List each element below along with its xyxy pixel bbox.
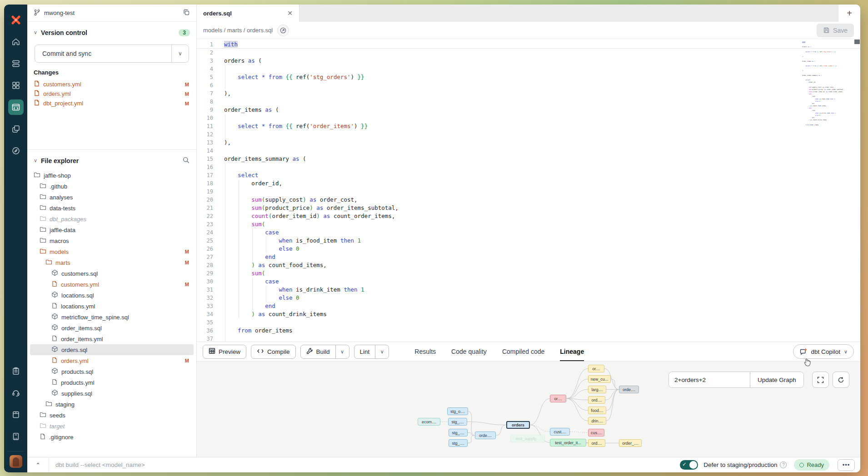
code-line-20[interactable]: 20 sum(supply_cost) as order_cost, [197, 196, 860, 204]
tree-item-models[interactable]: modelsM [30, 246, 194, 257]
search-icon[interactable] [182, 156, 190, 165]
dbt-copilot-button[interactable]: dbt Copilot ∨ [793, 344, 854, 359]
lineage-node-ghost[interactable]: test_supply... [510, 435, 545, 442]
code-line-3[interactable]: 3orders as ( [197, 57, 860, 65]
apps-grid-icon[interactable] [8, 78, 24, 93]
code-line-25[interactable]: 25 when is_food_item then 1 [197, 237, 860, 245]
code-line-11[interactable]: 11 select * from {{ ref('order_items') }… [197, 122, 860, 130]
code-line-9[interactable]: 9order_items as ( [197, 106, 860, 114]
code-line-23[interactable]: 23 sum( [197, 220, 860, 228]
code-line-7[interactable]: 7), [197, 89, 860, 98]
code-line-6[interactable]: 6 [197, 81, 860, 89]
changed-file-row[interactable]: dbt_project.ymlM [34, 99, 190, 108]
build-button[interactable]: Build∨ [300, 345, 349, 359]
code-line-13[interactable]: 13), [197, 139, 860, 147]
code-line-19[interactable]: 19 [197, 188, 860, 196]
lineage-node-orde1[interactable]: orde.... [475, 431, 496, 439]
lineage-node-stg3[interactable]: stg_.... [449, 429, 468, 436]
tree-item-data-tests[interactable]: data-tests [30, 203, 194, 213]
fullscreen-icon[interactable] [812, 372, 829, 388]
tree-item-products-yml[interactable]: products.yml [30, 377, 194, 388]
copy-branch-icon[interactable] [183, 9, 190, 17]
tree-item--gitignore[interactable]: .gitignore [30, 431, 194, 442]
tree-item-jaffle-shop[interactable]: jaffle-shop [30, 170, 194, 181]
tree-item-orders-sql[interactable]: orders.sql [30, 344, 194, 355]
info-icon[interactable]: ? [780, 461, 787, 468]
tree-item-products-sql[interactable]: products.sql [30, 366, 194, 377]
lineage-node-stg4[interactable]: stg_.... [449, 439, 468, 447]
commit-dropdown-chevron-icon[interactable]: ∨ [171, 45, 189, 62]
changed-file-row[interactable]: orders.ymlM [34, 89, 190, 99]
code-line-2[interactable]: 2 [197, 49, 860, 57]
code-line-18[interactable]: 18 order_id, [197, 179, 860, 188]
tasks-clipboard-icon[interactable] [8, 363, 24, 379]
develop-ide-icon[interactable] [8, 99, 24, 115]
preview-button[interactable]: Preview [203, 345, 246, 359]
code-line-16[interactable]: 16 [197, 163, 860, 171]
lineage-node-grey1[interactable]: orde.... [619, 386, 639, 393]
lineage-node-cuspink[interactable]: cus.... [588, 429, 604, 436]
code-line-36[interactable]: 36 from order_items [197, 327, 860, 335]
code-line-34[interactable]: 34 ) as count_drink_items [197, 310, 860, 318]
home-icon[interactable] [8, 34, 24, 50]
open-in-lineage-icon[interactable] [277, 25, 289, 36]
save-button[interactable]: Save [817, 24, 854, 37]
lineage-node-stg1[interactable]: stg_o.... [447, 407, 468, 415]
tab-compiled-code[interactable]: Compiled code [502, 342, 544, 361]
lint-button[interactable]: Lint∨ [354, 345, 389, 359]
warehouse-icon[interactable] [8, 429, 24, 444]
tree-item-customers-yml[interactable]: customers.ymlM [30, 279, 194, 290]
tab-lineage[interactable]: Lineage [560, 342, 584, 361]
code-line-12[interactable]: 12 [197, 130, 860, 139]
tree-item-target[interactable]: target [30, 421, 194, 431]
editor-scrollbar[interactable] [854, 40, 860, 44]
code-line-37[interactable]: 37 [197, 335, 860, 342]
tree-item-locations-sql[interactable]: locations.sql [30, 290, 194, 301]
code-line-32[interactable]: 32 else 0 [197, 294, 860, 302]
tree-item-order-items-yml[interactable]: order_items.yml [30, 333, 194, 344]
lineage-node-orpink[interactable]: or.... [550, 395, 566, 402]
lineage-node-ecom[interactable]: ecom.... [418, 418, 440, 426]
code-line-15[interactable]: 15order_items_summary as ( [197, 155, 860, 163]
docs-icon[interactable] [8, 407, 24, 422]
lineage-node-y4[interactable]: ord.... [588, 396, 605, 404]
tree-item-marts[interactable]: martsM [30, 257, 194, 268]
support-headset-icon[interactable] [8, 385, 24, 401]
lineage-node-orders[interactable]: orders [506, 421, 530, 429]
code-line-27[interactable]: 27 end [197, 253, 860, 261]
lineage-node-y6[interactable]: drin.... [588, 417, 606, 425]
tree-item-locations-yml[interactable]: locations.yml [30, 301, 194, 312]
code-line-1[interactable]: 1with [197, 40, 860, 49]
tree-item-metricflow-time-spine-sql[interactable]: metricflow_time_spine.sql [30, 312, 194, 322]
code-line-30[interactable]: 30 case [197, 278, 860, 286]
lineage-node-y7[interactable]: ord.... [588, 439, 605, 447]
new-tab-button[interactable]: + [838, 5, 860, 22]
code-editor[interactable]: 1with23orders as (45 select * from {{ re… [197, 39, 860, 342]
tree-item-order-items-sql[interactable]: order_items.sql [30, 322, 194, 333]
tree-item-macros[interactable]: macros [30, 235, 194, 246]
orchestration-icon[interactable] [8, 121, 24, 137]
explore-compass-icon[interactable] [8, 143, 24, 159]
dropdown-chevron-icon[interactable]: ∨ [335, 345, 349, 358]
user-avatar[interactable] [10, 455, 22, 468]
code-line-29[interactable]: 29 sum( [197, 269, 860, 278]
changed-file-row[interactable]: customers.ymlM [34, 79, 190, 89]
lineage-selector-input[interactable] [669, 372, 750, 387]
tree-item-orders-yml[interactable]: orders.ymlM [30, 355, 194, 366]
lineage-node-y2[interactable]: new_cu... [588, 375, 611, 383]
tree-item-analyses[interactable]: analyses [30, 192, 194, 203]
code-line-5[interactable]: 5 select * from {{ ref('stg_orders') }} [197, 73, 860, 81]
dbt-logo-icon[interactable] [8, 12, 24, 28]
code-line-28[interactable]: 28 ) as count_food_items, [197, 261, 860, 269]
environments-icon[interactable] [8, 56, 24, 71]
collapse-chevron-icon[interactable]: ∨ [34, 158, 37, 164]
tree-item-supplies-sql[interactable]: supplies.sql [30, 388, 194, 399]
lineage-node-cust[interactable]: cust.... [550, 428, 570, 436]
code-line-17[interactable]: 17 select [197, 171, 860, 179]
defer-toggle[interactable]: ✓ [680, 460, 698, 470]
code-line-21[interactable]: 21 sum(product_price) as order_items_sub… [197, 204, 860, 212]
tree-item-customers-sql[interactable]: customers.sql [30, 268, 194, 279]
tree-item-seeds[interactable]: seeds [30, 410, 194, 421]
code-line-4[interactable]: 4 [197, 65, 860, 73]
refresh-icon[interactable] [833, 372, 849, 388]
